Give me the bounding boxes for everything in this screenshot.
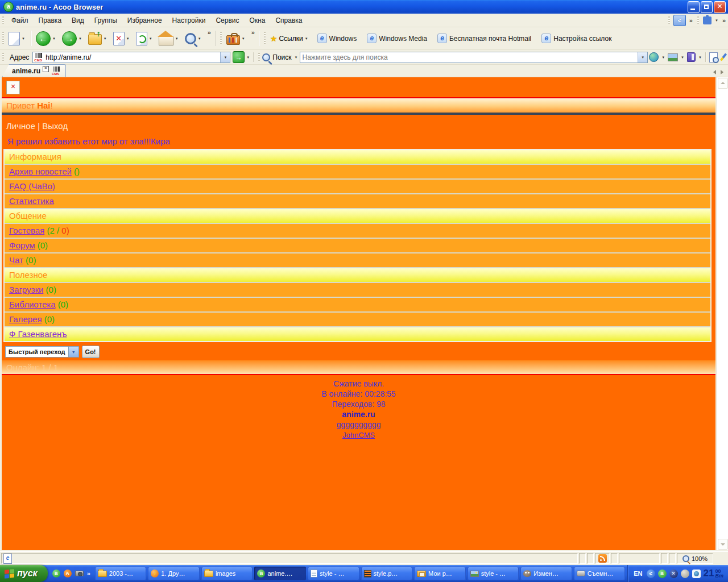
menubar-item-Правка[interactable]: Правка [34,15,67,26]
menu-item-link[interactable]: FAQ (ЧаВо) [9,181,55,191]
tab-anime-ru[interactable]: anime.ru CMS [2,64,66,77]
menu-item-link[interactable]: Форум [9,240,35,250]
taskbar-button[interactable]: anime.… [254,567,306,580]
menu-item-link[interactable]: Архив новостей [9,167,72,176]
page-zoom-icon[interactable] [709,52,718,63]
taskbar-button[interactable]: Измен… [520,567,572,580]
tab-scroll-right-icon[interactable] [721,70,723,74]
toolbar-grip[interactable] [2,53,4,61]
quick-launch-camera-icon[interactable] [75,571,84,576]
search-dropdown-caret[interactable] [293,56,300,59]
refresh-button[interactable] [134,31,156,47]
tab-scroll-left-icon[interactable] [713,70,716,74]
close-button[interactable] [714,1,726,13]
links-bar-link[interactable]: Бесплатная почта Hotmail [432,34,536,43]
menu-item-link[interactable]: Чат [9,255,23,265]
tray-sphere-icon[interactable] [669,569,678,578]
tray-webcam-icon[interactable] [692,569,701,578]
menu-item-row[interactable]: Загрузки (0) [5,282,710,297]
tray-collapse-icon[interactable] [647,569,655,578]
zoom-panel[interactable]: 100% [677,553,713,564]
quick-nav-go-button[interactable]: Go! [82,346,100,358]
new-page-button[interactable] [7,31,28,47]
menu-item-row[interactable]: Галерея (0) [5,311,710,326]
search-input[interactable] [300,53,638,61]
menu-item-row[interactable]: Форум (0) [5,238,710,252]
media-tools-button[interactable] [225,31,249,46]
links-bar-label[interactable]: Ссылки [268,34,312,43]
up-button[interactable] [86,31,110,46]
rss-panel[interactable] [595,553,610,564]
menu-item-link[interactable]: Галерея [9,314,42,324]
scroll-up-icon[interactable] [718,78,728,89]
toolbar-grip[interactable] [220,32,222,45]
dropdown-caret-icon[interactable] [713,19,720,22]
menu-item-row[interactable]: Чат (0) [5,252,710,267]
select-dropdown-icon[interactable] [68,347,78,357]
start-button[interactable]: пуск [0,565,48,582]
menu-item-row[interactable]: Гостевая (2 / 0) [5,223,710,238]
vertical-scrollbar[interactable] [717,77,728,550]
back-mini-button[interactable] [673,15,686,26]
stop-button[interactable] [111,31,133,47]
toolbar-grip[interactable] [668,16,670,24]
menu-item-row[interactable]: Библиотека (0) [5,297,710,311]
menu-item-link[interactable]: Статистика [9,196,54,206]
overflow-chevron-icon[interactable] [687,17,695,24]
menu-item-row[interactable]: Ф Газенвагенъ [5,326,710,341]
go-button[interactable] [233,51,245,63]
taskbar-button[interactable]: Мои р… [414,567,466,580]
search-box[interactable] [300,52,648,63]
menu-item-row[interactable]: Архив новостей () [5,164,710,178]
overflow-chevron-icon[interactable] [720,17,728,24]
menu-item-link[interactable]: Библиотека [9,300,56,309]
go-dropdown-caret[interactable] [245,56,251,59]
logout-link[interactable]: Выход [42,121,68,131]
taskbar-button[interactable]: style.p… [361,567,413,580]
address-combo[interactable]: CMS [32,52,230,63]
history-icon[interactable] [687,52,696,62]
plugin-icon[interactable] [703,16,712,24]
rss-icon[interactable] [598,554,607,563]
menu-item-link[interactable]: Загрузки [9,285,43,294]
tray-swirl-icon[interactable] [681,569,689,578]
back-button[interactable] [34,30,59,47]
links-bar-link[interactable]: Windows [312,34,362,43]
toolbar-grip[interactable] [2,16,4,24]
menubar-item-Группы[interactable]: Группы [89,15,122,26]
personal-link[interactable]: Личное [6,121,35,131]
quick-launch-overflow-icon[interactable] [87,570,90,577]
search-history-dropdown[interactable] [638,52,647,63]
minimize-button[interactable] [688,1,700,13]
search-label[interactable]: Поиск [270,53,292,61]
johncms-link[interactable]: JohnCMS [342,431,375,439]
taskbar-clock[interactable]: 21 00Вт [704,568,723,579]
forward-button[interactable] [60,30,85,47]
images-filter-icon[interactable] [668,53,678,61]
links-bar-link[interactable]: Windows Media [362,34,432,43]
menubar-item-Справка[interactable]: Справка [270,15,307,26]
menu-item-link[interactable]: Гостевая [9,226,44,235]
menubar-item-Настройки[interactable]: Настройки [167,15,211,26]
overflow-chevron-icon[interactable] [249,29,257,36]
menubar-item-Вид[interactable]: Вид [67,15,89,26]
toolbar-grip[interactable] [697,16,699,24]
restore-button[interactable] [701,1,713,13]
toolbar-grip[interactable] [258,53,260,61]
taskbar-button[interactable]: images [201,567,253,580]
tray-acoo-icon[interactable] [658,569,667,578]
taskbar-button[interactable]: 2003 -… [95,567,147,580]
home-button[interactable] [157,30,182,47]
menubar-item-Избранное[interactable]: Избранное [122,15,167,26]
resize-grip[interactable] [714,553,727,564]
quick-nav-select[interactable]: Быстрый переход [5,346,79,357]
links-bar-link[interactable]: Настройка ссылок [536,34,617,43]
web-search-icon[interactable] [649,52,659,62]
overflow-chevron-icon[interactable] [205,29,213,36]
menu-item-row[interactable]: Статистика [5,193,710,208]
scroll-down-icon[interactable] [718,539,728,550]
address-input[interactable] [44,53,220,62]
highlight-icon[interactable] [720,53,727,61]
taskbar-button[interactable]: 1. Дру… [148,567,200,580]
menubar-item-Сервис[interactable]: Сервис [210,15,244,26]
